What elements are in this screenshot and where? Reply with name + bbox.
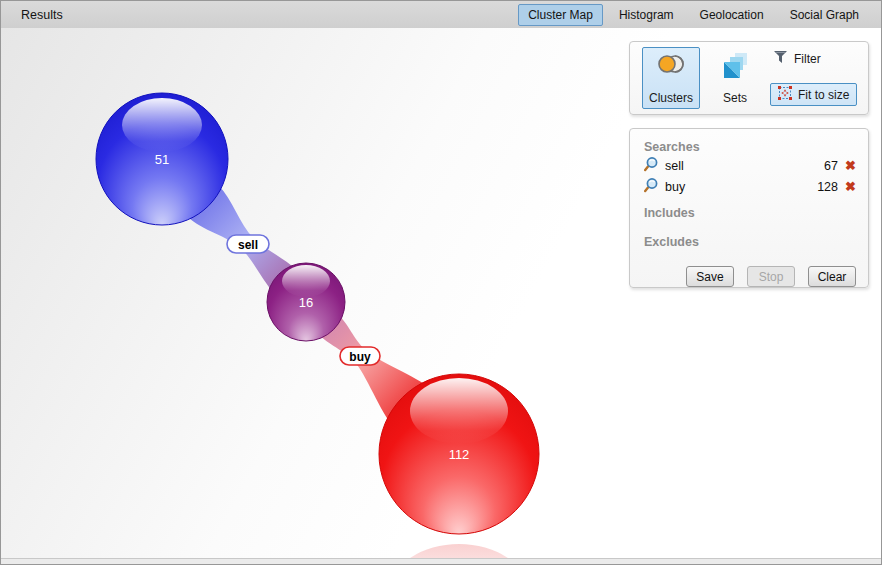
cluster-node-intersection[interactable]: 16	[267, 263, 345, 341]
search-actions: Save Stop Clear	[644, 266, 856, 287]
cluster-node-buy[interactable]: 112	[379, 374, 539, 534]
svg-text:buy: buy	[349, 350, 371, 364]
fit-to-size-icon	[778, 86, 792, 103]
tab-cluster-map[interactable]: Cluster Map	[518, 4, 603, 26]
results-window: Results Cluster Map Histogram Geolocatio…	[0, 0, 882, 565]
search-name: sell	[665, 159, 684, 173]
search-row-sell: sell 67 ✖	[644, 156, 856, 175]
searches-header: Searches	[644, 140, 856, 154]
cluster-label-16: 16	[299, 295, 313, 310]
stop-button[interactable]: Stop	[747, 266, 795, 287]
bottom-strip	[1, 558, 881, 564]
sets-label: Sets	[723, 91, 747, 105]
clusters-venn-icon	[656, 53, 686, 78]
excludes-header: Excludes	[644, 235, 856, 249]
clusters-button[interactable]: Clusters	[642, 47, 700, 109]
view-tabs: Cluster Map Histogram Geolocation Social…	[518, 4, 869, 26]
toolbar-right-column: Filter	[770, 48, 857, 108]
cluster-label-51: 51	[155, 152, 169, 167]
save-button[interactable]: Save	[686, 266, 734, 287]
tab-social-graph[interactable]: Social Graph	[780, 4, 869, 26]
search-name: buy	[665, 180, 685, 194]
edge-label-buy[interactable]: buy	[340, 347, 380, 365]
clusters-label: Clusters	[649, 91, 693, 105]
search-row-buy: buy 128 ✖	[644, 177, 856, 196]
fit-to-size-label: Fit to size	[798, 88, 849, 102]
remove-search-icon[interactable]: ✖	[838, 158, 856, 173]
filter-label: Filter	[794, 52, 821, 66]
search-icon	[644, 177, 660, 196]
tab-geolocation[interactable]: Geolocation	[690, 4, 774, 26]
page-title: Results	[21, 8, 63, 22]
tab-histogram[interactable]: Histogram	[609, 4, 684, 26]
cluster-map-canvas: 51 16 112 sell buy	[1, 28, 881, 560]
cluster-label-112: 112	[449, 447, 470, 462]
svg-text:sell: sell	[238, 238, 258, 252]
includes-header: Includes	[644, 206, 856, 220]
edge-label-sell[interactable]: sell	[227, 235, 269, 253]
searches-panel: Searches sell 67 ✖	[629, 128, 869, 288]
title-bar: Results Cluster Map Histogram Geolocatio…	[1, 1, 881, 28]
filter-button[interactable]: Filter	[770, 50, 857, 68]
fit-to-size-button[interactable]: Fit to size	[770, 83, 857, 106]
cluster-node-sell[interactable]: 51	[96, 93, 228, 225]
display-toolbar-panel: Clusters Sets	[629, 41, 869, 115]
search-count: 128	[808, 180, 838, 194]
search-icon	[644, 156, 660, 175]
clear-button[interactable]: Clear	[808, 266, 856, 287]
sets-button[interactable]: Sets	[709, 47, 761, 109]
search-count: 67	[808, 159, 838, 173]
sets-icon	[722, 53, 749, 82]
filter-funnel-icon	[774, 51, 788, 67]
remove-search-icon[interactable]: ✖	[838, 179, 856, 194]
